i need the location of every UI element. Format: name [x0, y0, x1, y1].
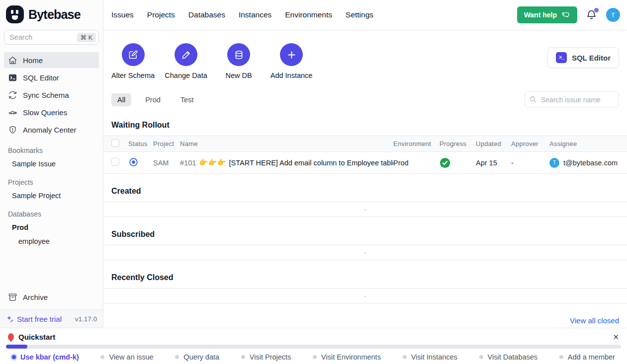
quickstart-step-view-issue[interactable]: View an issue [100, 353, 153, 361]
quickstart-step-visit-projects[interactable]: Visit Projects [241, 353, 291, 361]
view-all-closed-link[interactable]: View all closed [111, 316, 619, 325]
sql-editor-button[interactable]: >_ SQL Editor [547, 47, 619, 68]
quickstart-step-use-kbar[interactable]: Use kbar (cmd-k) [12, 353, 79, 361]
version-label: v1.17.0 [75, 315, 97, 323]
shield-icon [8, 125, 17, 135]
sidebar-item-label: Slow Queries [23, 108, 67, 117]
issue-name: [START HERE] Add email column to Employe… [229, 159, 393, 167]
step-dot-icon [403, 355, 407, 359]
quick-action-label: Alter Schema [111, 72, 155, 79]
step-label: Add a member [568, 353, 615, 361]
sidebar-item-prod[interactable]: Prod [0, 220, 103, 234]
sidebar-search[interactable]: ⌘ K [4, 30, 99, 45]
quickstart-step-visit-environments[interactable]: Visit Environments [313, 353, 381, 361]
new-db-button[interactable]: New DB [217, 43, 260, 79]
user-avatar[interactable]: T [606, 8, 620, 22]
home-content: Alter Schema Change Data New DB Add [103, 30, 627, 328]
sidebar-item-sync-schema[interactable]: Sync Schema [4, 87, 99, 103]
brand-logo[interactable]: Bytebase [0, 0, 103, 30]
step-dot-icon [175, 355, 179, 359]
close-icon[interactable]: ✕ [613, 333, 619, 341]
quickstart-step-query-data[interactable]: Query data [175, 353, 219, 361]
archive-icon [8, 292, 17, 302]
topnav-item-issues[interactable]: Issues [111, 10, 134, 19]
step-dot-icon [12, 355, 16, 359]
quick-action-label: Add Instance [270, 72, 313, 79]
sidebar-item-home[interactable]: Home [4, 52, 99, 68]
change-data-button[interactable]: Change Data [165, 43, 207, 79]
alter-schema-button[interactable]: Alter Schema [111, 43, 155, 79]
step-dot-icon [241, 355, 245, 359]
step-label: Visit Environments [321, 353, 381, 361]
step-dot-icon [479, 355, 483, 359]
sidebar-item-sample-project[interactable]: Sample Project [0, 189, 103, 203]
quick-action-label: New DB [225, 72, 252, 79]
sidebar-item-slow-queries[interactable]: Slow Queries [4, 104, 99, 120]
quick-actions: Alter Schema Change Data New DB Add [111, 43, 313, 79]
step-label: Visit Databases [488, 353, 537, 361]
assignee-email: t@bytebase.com [563, 159, 618, 167]
issue-name-cell[interactable]: #101 👉👉👉 [START HERE] Add email column t… [180, 158, 393, 167]
search-input[interactable] [9, 33, 74, 41]
step-label: Use kbar (cmd-k) [20, 353, 79, 361]
issue-row[interactable]: SAM #101 👉👉👉 [START HERE] Add email colu… [103, 152, 627, 174]
add-instance-button[interactable]: Add Instance [270, 43, 313, 79]
chat-bubbles-icon [561, 10, 570, 19]
turtle-icon [8, 108, 17, 117]
quickstart-step-visit-instances[interactable]: Visit Instances [403, 353, 457, 361]
quickstart-step-visit-databases[interactable]: Visit Databases [479, 353, 537, 361]
topnav-item-settings[interactable]: Settings [346, 10, 373, 19]
quickstart-title: Quickstart [18, 333, 55, 341]
sidebar-item-employee[interactable]: employee [0, 234, 103, 248]
notifications-bell[interactable] [586, 9, 598, 21]
tab-prod[interactable]: Prod [139, 93, 167, 106]
keyboard-shortcut-badge: ⌘ K [77, 33, 96, 42]
topnav-item-environments[interactable]: Environments [285, 10, 332, 19]
sidebar-item-label: SQL Editor [23, 73, 59, 82]
step-label: Visit Instances [411, 353, 457, 361]
row-checkbox[interactable] [111, 158, 119, 166]
sidebar-item-archive[interactable]: Archive [4, 289, 99, 305]
issue-search-input[interactable] [525, 91, 619, 108]
sidebar-item-label: Home [23, 56, 43, 65]
topnav-item-projects[interactable]: Projects [147, 10, 175, 19]
updated-cell: Apr 15 [476, 159, 511, 167]
tab-test[interactable]: Test [175, 93, 200, 106]
section-title-created: Created [111, 187, 619, 196]
step-label: Visit Projects [250, 353, 291, 361]
assignee-avatar: T [549, 158, 559, 168]
terminal-icon: >_ [556, 52, 567, 63]
tab-all[interactable]: All [111, 93, 131, 106]
sidebar-item-sql-editor[interactable]: SQL Editor [4, 70, 99, 85]
step-dot-icon [313, 355, 317, 359]
issue-filters: All Prod Test [111, 91, 619, 108]
issue-search[interactable] [525, 91, 619, 108]
home-icon [8, 56, 17, 65]
section-title-recently-closed: Recently Closed [111, 273, 619, 282]
sidebar-nav: Home SQL Editor Sync Schema Slow Queries… [0, 51, 103, 139]
step-label: View an issue [109, 353, 153, 361]
quickstart-bar: Quickstart ✕ Use kbar (cmd-k) View an is… [0, 328, 627, 364]
search-icon [529, 95, 537, 103]
section-title-subscribed: Subscribed [111, 230, 619, 239]
topnav-item-instances[interactable]: Instances [239, 10, 271, 19]
select-all-checkbox[interactable] [111, 139, 119, 147]
trial-bar: Start free trial v1.17.0 [0, 309, 103, 328]
want-help-button[interactable]: Want help [517, 6, 577, 23]
column-header: Status [128, 140, 153, 147]
sidebar-item-anomaly-center[interactable]: Anomaly Center [4, 122, 99, 138]
sidebar-item-sample-issue[interactable]: Sample Issue [0, 157, 103, 171]
issue-name-emoji: 👉👉👉 [199, 158, 226, 167]
environment-cell: Prod [393, 159, 440, 167]
sparkles-icon [6, 315, 14, 323]
topnav-item-databases[interactable]: Databases [188, 10, 225, 19]
quickstart-step-add-member[interactable]: Add a member [559, 353, 615, 361]
assignee-cell: T t@bytebase.com [549, 158, 627, 168]
subscribed-empty-row: - [103, 245, 627, 260]
bytebase-app: Bytebase ⌘ K Home SQL Editor Sync Schema [0, 0, 627, 364]
quickstart-progress-track [6, 345, 621, 349]
step-dot-icon [559, 355, 563, 359]
start-free-trial-link[interactable]: Start free trial [17, 315, 62, 323]
notification-dot [594, 8, 599, 12]
terminal-icon [8, 73, 17, 82]
